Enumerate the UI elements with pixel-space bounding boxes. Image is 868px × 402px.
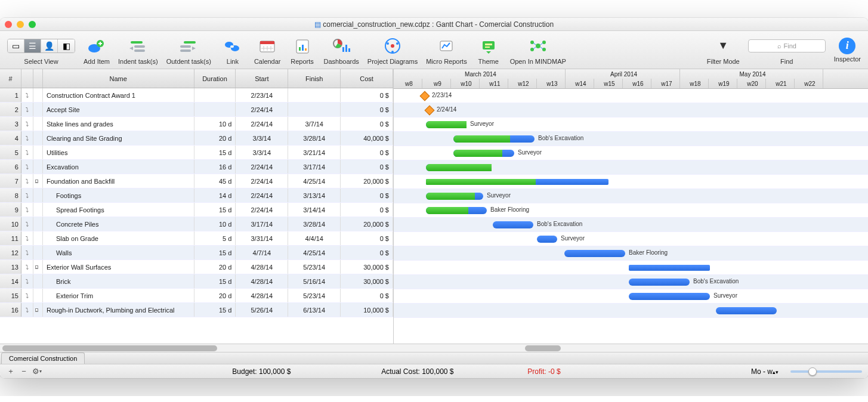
cost-cell[interactable]: 0 $ — [341, 289, 393, 302]
task-bar[interactable] — [426, 207, 487, 214]
finish-cell[interactable]: 4/25/14 — [288, 174, 341, 188]
duration-cell[interactable]: 20 d — [194, 289, 236, 302]
table-row[interactable]: 5⤵Utilities15 d3/3/143/21/140 $ — [0, 146, 393, 160]
start-cell[interactable]: 3/3/14 — [236, 146, 288, 159]
task-bar[interactable] — [629, 279, 690, 286]
duration-cell[interactable]: 15 d — [194, 146, 236, 159]
expand-toggle[interactable] — [33, 88, 43, 102]
duration-cell[interactable]: 14 d — [194, 188, 236, 202]
link-icon[interactable]: ⤵ — [21, 131, 33, 145]
start-cell[interactable]: 5/26/14 — [236, 303, 288, 317]
finish-cell[interactable]: 5/23/14 — [288, 289, 341, 302]
duration-cell[interactable]: 5 d — [194, 231, 236, 245]
task-name-cell[interactable]: Construction Contract Award 1 — [43, 88, 194, 102]
table-row[interactable]: 2⤵Accept Site2/24/140 $ — [0, 103, 393, 117]
task-bar[interactable] — [453, 135, 535, 143]
link-icon[interactable]: ⤵ — [21, 289, 33, 302]
cost-cell[interactable]: 10,000 $ — [341, 303, 393, 317]
gantt-row[interactable]: Surveyor — [394, 146, 868, 160]
expand-toggle[interactable]: - — [33, 174, 43, 188]
task-name-cell[interactable]: Utilities — [43, 146, 194, 159]
gantt-hscroll[interactable] — [394, 344, 868, 352]
expand-toggle[interactable] — [33, 188, 43, 202]
link-icon[interactable]: ⤵ — [21, 246, 33, 259]
link-icon[interactable]: ⤵ — [21, 274, 33, 288]
task-name-cell[interactable]: Slab on Grade — [43, 231, 194, 245]
start-cell[interactable]: 4/28/14 — [236, 289, 288, 302]
col-expand-icon[interactable] — [33, 69, 43, 88]
link-icon[interactable]: ⤵ — [21, 188, 33, 202]
view-gantt-icon[interactable]: ☰ — [24, 39, 41, 52]
task-name-cell[interactable]: Brick — [43, 274, 194, 288]
start-cell[interactable]: 2/24/14 — [236, 174, 288, 188]
link-icon[interactable]: ⤵ — [21, 103, 33, 116]
col-num[interactable]: # — [0, 69, 21, 88]
filter-mode-button[interactable]: ▼ — [710, 35, 736, 57]
task-name-cell[interactable]: Rough-in Ductwork, Plumbing and Electric… — [43, 303, 194, 317]
task-name-cell[interactable]: Spread Footings — [43, 203, 194, 217]
expand-toggle[interactable] — [33, 246, 43, 259]
task-name-cell[interactable]: Walls — [43, 246, 194, 259]
table-row[interactable]: 4⤵Clearing and Site Grading20 d3/3/143/2… — [0, 131, 393, 146]
expand-toggle[interactable] — [33, 217, 43, 231]
task-bar[interactable] — [493, 221, 533, 228]
titlebar[interactable]: ▤ comercial_construction_new.cdpz : Gant… — [0, 18, 868, 31]
close-button[interactable] — [5, 21, 12, 28]
col-cost[interactable]: Cost — [341, 69, 393, 88]
minimize-button[interactable] — [17, 21, 24, 28]
start-cell[interactable]: 4/28/14 — [236, 260, 288, 274]
start-cell[interactable]: 2/24/14 — [236, 203, 288, 217]
cost-cell[interactable]: 0 $ — [341, 117, 393, 131]
col-name[interactable]: Name — [43, 69, 194, 88]
duration-cell[interactable]: 20 d — [194, 131, 236, 145]
finish-cell[interactable]: 3/28/14 — [288, 217, 341, 231]
start-cell[interactable]: 2/24/14 — [236, 188, 288, 202]
zoom-slider[interactable] — [790, 370, 862, 373]
cost-cell[interactable]: 30,000 $ — [341, 260, 393, 274]
task-name-cell[interactable]: Stake lines and grades — [43, 117, 194, 131]
calendar-button[interactable] — [254, 35, 280, 57]
task-name-cell[interactable]: Clearing and Site Grading — [43, 131, 194, 145]
cost-cell[interactable]: 0 $ — [341, 146, 393, 159]
task-bar[interactable] — [453, 150, 514, 157]
outdent-button[interactable] — [175, 35, 202, 57]
finish-cell[interactable]: 5/16/14 — [288, 274, 341, 288]
task-bar[interactable] — [537, 236, 557, 243]
table-row[interactable]: 12⤵Walls15 d4/7/144/25/140 $ — [0, 246, 393, 260]
duration-cell[interactable]: 15 d — [194, 274, 236, 288]
duration-cell[interactable] — [194, 88, 236, 102]
project-diagrams-button[interactable] — [379, 35, 406, 57]
finish-cell[interactable] — [288, 103, 341, 116]
open-mindmap-button[interactable] — [525, 35, 551, 57]
gantt-row[interactable]: Surveyor — [394, 232, 868, 246]
select-view-segment[interactable]: ▭ ☰ 👤 ◧ — [7, 39, 75, 53]
link-icon[interactable]: ⤵ — [21, 174, 33, 188]
find-input[interactable]: ⌕ Find — [748, 39, 826, 52]
finish-cell[interactable]: 4/25/14 — [288, 246, 341, 259]
table-row[interactable]: 1⤵Construction Contract Award 12/23/140 … — [0, 88, 393, 103]
expand-toggle[interactable] — [33, 231, 43, 245]
link-button[interactable] — [220, 35, 246, 57]
start-cell[interactable]: 2/23/14 — [236, 88, 288, 102]
task-bar[interactable] — [426, 121, 467, 128]
gantt-row[interactable] — [394, 304, 868, 318]
col-start[interactable]: Start — [236, 69, 288, 88]
start-cell[interactable]: 3/3/14 — [236, 131, 288, 145]
sheet-tab[interactable]: Comercial Construction — [1, 352, 85, 364]
finish-cell[interactable]: 3/21/14 — [288, 146, 341, 159]
milestone-icon[interactable] — [420, 91, 430, 101]
dashboards-button[interactable] — [328, 35, 354, 57]
task-name-cell[interactable]: Concrete Piles — [43, 217, 194, 231]
link-icon[interactable]: ⤵ — [21, 203, 33, 217]
table-row[interactable]: 15⤵Exterior Trim20 d4/28/145/23/140 $ — [0, 289, 393, 303]
task-name-cell[interactable]: Exterior Trim — [43, 289, 194, 302]
finish-cell[interactable]: 3/17/14 — [288, 160, 341, 174]
task-bar[interactable] — [716, 307, 777, 314]
milestone-icon[interactable] — [425, 106, 435, 116]
cost-cell[interactable]: 30,000 $ — [341, 274, 393, 288]
task-name-cell[interactable]: Footings — [43, 188, 194, 202]
cost-cell[interactable]: 40,000 $ — [341, 131, 393, 145]
settings-gear-icon[interactable]: ⚙▾ — [32, 367, 42, 376]
zoom-knob[interactable] — [808, 367, 817, 376]
finish-cell[interactable] — [288, 88, 341, 102]
